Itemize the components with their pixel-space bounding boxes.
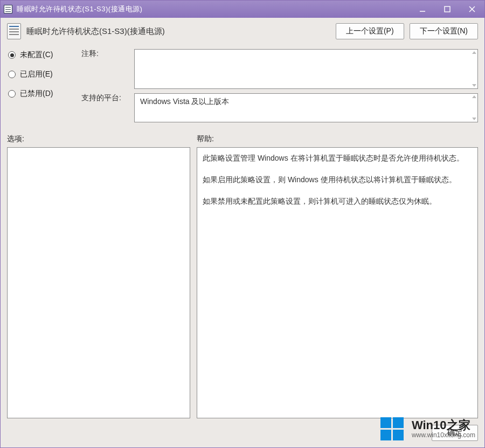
- policy-name: 睡眠时允许待机状态(S1-S3)(接通电源): [26, 26, 330, 37]
- supported-textbox: Windows Vista 及以上版本: [134, 93, 478, 122]
- radio-dot-icon: [8, 51, 16, 59]
- svg-rect-1: [445, 6, 450, 12]
- help-pane[interactable]: 此策略设置管理 Windows 在将计算机置于睡眠状态时是否允许使用待机状态。 …: [197, 147, 478, 418]
- help-paragraph: 如果启用此策略设置，则 Windows 使用待机状态以将计算机置于睡眠状态。: [203, 174, 472, 187]
- dialog-content: 睡眠时允许待机状态(S1-S3)(接通电源) 上一个设置(P) 下一个设置(N)…: [1, 18, 484, 447]
- window-frame: 睡眠时允许待机状态(S1-S3)(接通电源) 睡眠时允许待机状态(S1-S3)(…: [0, 0, 485, 448]
- radio-dot-icon: [8, 90, 16, 98]
- help-paragraph: 此策略设置管理 Windows 在将计算机置于睡眠状态时是否允许使用待机状态。: [203, 152, 472, 165]
- app-icon: [4, 5, 12, 13]
- window-title: 睡眠时允许待机状态(S1-S3)(接通电源): [17, 4, 410, 14]
- mid-labels: 选项: 帮助:: [7, 134, 478, 144]
- scroll-arrows-icon: [472, 51, 476, 87]
- header-row: 睡眠时允许待机状态(S1-S3)(接通电源) 上一个设置(P) 下一个设置(N): [7, 23, 478, 39]
- radio-disabled-label: 已禁用(D): [20, 89, 53, 99]
- windows-logo-icon: [380, 417, 405, 440]
- panes: 此策略设置管理 Windows 在将计算机置于睡眠状态时是否允许使用待机状态。 …: [7, 147, 478, 418]
- prev-setting-label: 上一个设置(P): [346, 26, 394, 35]
- field-boxes: Windows Vista 及以上版本: [134, 49, 478, 122]
- field-labels: 注释: 支持的平台:: [81, 49, 130, 122]
- help-paragraph: 如果禁用或未配置此策略设置，则计算机可进入的睡眠状态仅为休眠。: [203, 195, 472, 208]
- radio-enabled-label: 已启用(E): [20, 70, 53, 79]
- config-bar: 未配置(C) 已启用(E) 已禁用(D) 注释: 支持的平台:: [7, 49, 478, 122]
- scroll-arrows-icon: [472, 95, 476, 120]
- comment-label: 注释:: [81, 49, 130, 89]
- radio-not-configured[interactable]: 未配置(C): [8, 50, 77, 60]
- help-label: 帮助:: [197, 134, 478, 144]
- policy-doc-icon: [7, 23, 21, 39]
- close-button[interactable]: [460, 1, 484, 18]
- next-setting-label: 下一个设置(N): [420, 26, 468, 35]
- supported-label: 支持的平台:: [81, 93, 130, 103]
- options-label: 选项:: [7, 134, 190, 144]
- nav-buttons: 上一个设置(P) 下一个设置(N): [336, 23, 478, 39]
- options-pane[interactable]: [7, 147, 190, 418]
- window-controls: [410, 1, 484, 18]
- watermark-brand: Win10之家: [412, 419, 475, 432]
- radio-dot-icon: [8, 71, 16, 78]
- radio-enabled[interactable]: 已启用(E): [8, 70, 77, 79]
- watermark-text: Win10之家 www.win10xitong.com: [412, 419, 475, 439]
- watermark: Win10之家 www.win10xitong.com: [376, 414, 480, 444]
- next-setting-button[interactable]: 下一个设置(N): [410, 23, 478, 39]
- titlebar: 睡眠时允许待机状态(S1-S3)(接通电源): [1, 1, 484, 18]
- supported-value: Windows Vista 及以上版本: [140, 97, 229, 106]
- watermark-url: www.win10xitong.com: [412, 432, 475, 439]
- radio-not-configured-label: 未配置(C): [20, 50, 53, 60]
- comment-textbox[interactable]: [134, 49, 478, 89]
- maximize-button[interactable]: [435, 1, 460, 18]
- minimize-button[interactable]: [410, 1, 435, 18]
- prev-setting-button[interactable]: 上一个设置(P): [336, 23, 404, 39]
- radio-disabled[interactable]: 已禁用(D): [8, 89, 77, 99]
- state-radio-group: 未配置(C) 已启用(E) 已禁用(D): [7, 49, 77, 122]
